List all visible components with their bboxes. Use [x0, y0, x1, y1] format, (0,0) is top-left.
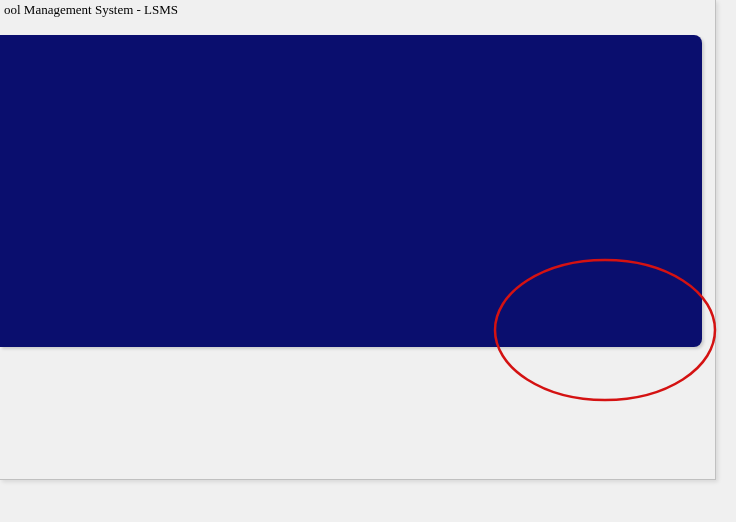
header-banner	[0, 35, 702, 347]
app-window: ool Management System - LSMS	[0, 0, 716, 480]
title-bar: ool Management System - LSMS	[0, 0, 715, 20]
window-title: ool Management System - LSMS	[4, 2, 178, 17]
